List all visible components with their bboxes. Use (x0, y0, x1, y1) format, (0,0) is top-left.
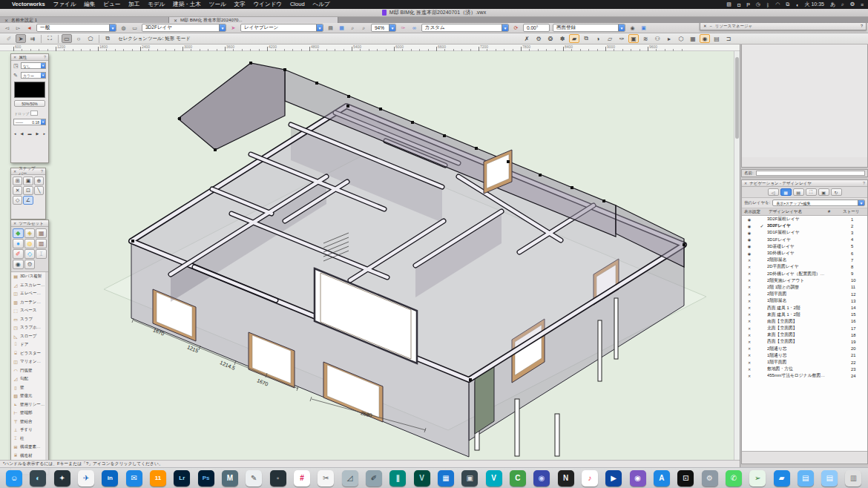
cat-detail[interactable]: ✐ (13, 249, 24, 259)
cat-dims[interactable]: ◈ (24, 228, 36, 238)
fill-style-combo[interactable]: なし▼ (21, 62, 46, 69)
layer-row-9[interactable]: ✕2D外構レイヤ（配置図用）…9 (742, 271, 867, 277)
dock-tv-app[interactable]: ▶ (605, 470, 622, 487)
tool-item-18[interactable]: ⊥手すり (11, 426, 45, 435)
attr-nav-arrow[interactable]: ▸ (43, 131, 45, 136)
visible-icon[interactable]: ◉ (742, 231, 757, 235)
rotation-angle-field[interactable]: 0.00° (523, 24, 550, 32)
dock-mail[interactable]: ✉ (126, 470, 142, 487)
model-3d-view[interactable] (0, 44, 740, 460)
nav-classes-icon[interactable]: ⛶ (806, 188, 817, 196)
help-icon[interactable]: ? (41, 169, 43, 174)
rotate-view-icon[interactable]: ⟳ (512, 24, 520, 32)
hidden-icon[interactable]: ✕ (742, 278, 757, 283)
layer-row-20[interactable]: ✕2階通り芯20 (742, 346, 867, 352)
menu-item-8[interactable]: 文字 (234, 1, 246, 8)
layer-row-13[interactable]: ✕1階部屋名13 (742, 297, 867, 304)
dock-atv[interactable]: ⊡ (677, 470, 694, 487)
cat-gear[interactable]: ⚙ (24, 260, 36, 269)
dock-safari[interactable]: ✈ (78, 470, 94, 487)
tool-item-9[interactable]: ⌸ピラスター (11, 349, 45, 358)
selection-tool-icon[interactable]: ➤ (16, 34, 26, 43)
dock-camera-app[interactable]: ▣ (461, 470, 478, 487)
drag-mode-icon[interactable]: ⧉ (102, 34, 113, 43)
tool-item-7[interactable]: ◺スロープ (11, 332, 45, 341)
layer-row-23[interactable]: ✕敷地図・方位23 (742, 366, 867, 372)
tool-item-20[interactable]: ⊞構成要素… (11, 443, 45, 452)
hidden-icon[interactable]: ✕ (742, 374, 757, 378)
close-tab-icon[interactable]: ✕ (4, 18, 8, 23)
dock-n-app[interactable]: N (558, 470, 574, 487)
cat-furniture[interactable]: ▦ (36, 228, 47, 238)
active-layer-combo[interactable]: 3D2Fレイヤ▼ (142, 24, 226, 32)
dock-launchpad[interactable]: ✦ (54, 470, 70, 487)
tool-item-2[interactable]: ◫エレベー… (11, 289, 45, 298)
pen-icon[interactable]: ✎ (13, 73, 19, 79)
snap-angle-icon[interactable]: ⊕ (34, 177, 44, 185)
nav-sheet-layers-icon[interactable]: ▤ (793, 188, 804, 196)
marquee-lasso-icon[interactable]: ○ (73, 34, 84, 43)
layer-row-21[interactable]: ✕1階通り芯21 (742, 352, 867, 359)
close-icon[interactable]: ✕ (744, 181, 747, 185)
menu-item-7[interactable]: ツール (209, 1, 226, 8)
zoom-level-combo[interactable]: 94%▼ (371, 24, 396, 32)
time-machine-icon[interactable]: ◷ (756, 1, 760, 7)
tool-item-1[interactable]: ◿エスカレー… (11, 281, 45, 290)
hidden-icon[interactable]: ✕ (742, 299, 757, 303)
layer-row-22[interactable]: ✕1階平面図22 (742, 359, 867, 366)
dock-settings[interactable]: ⚙ (702, 470, 718, 487)
people-icon[interactable]: ⚇ (652, 34, 662, 43)
nav-saved-views-icon[interactable]: ◁ (768, 188, 779, 196)
tool-item-12[interactable]: ◿勾配 (11, 375, 45, 383)
hidden-icon[interactable]: ✕ (742, 312, 757, 317)
dock-green-c[interactable]: C (510, 470, 526, 487)
hidden-icon[interactable]: ✕ (742, 306, 757, 310)
layer-row-10[interactable]: ✕2階実施レイアウト10 (742, 277, 867, 284)
toolset-scrollbar[interactable] (45, 272, 48, 469)
dock-cut-app[interactable]: ✂ (318, 470, 334, 487)
wall-mode-icon[interactable]: ▰ (569, 34, 579, 43)
line-weight-combo[interactable]: ——0.18▼ (13, 119, 46, 125)
hidden-icon[interactable]: ✕ (742, 340, 757, 344)
tool-item-5[interactable]: ▭スラブ (11, 315, 45, 324)
tool-item-11[interactable]: ◠円弧壁 (11, 366, 45, 375)
layer-row-18[interactable]: ✕東面【立面図】18 (742, 332, 867, 338)
extra-tool-icon[interactable]: ▣ (640, 24, 648, 32)
cat-building[interactable]: ◆ (13, 228, 24, 238)
attribute-nav-arrows[interactable]: ◂◀▬▶▸ (11, 130, 48, 137)
hidden-icon[interactable]: ✕ (742, 326, 757, 331)
select-disabled-icon[interactable]: ✐ (4, 34, 14, 43)
tool-megaphone-icon[interactable]: ◄ (25, 24, 33, 32)
eye-icon[interactable]: ◉ (700, 34, 710, 43)
layer-row-4[interactable]: ◉3D1Fレイヤ4 (742, 237, 867, 243)
minimize-icon[interactable]: − (710, 24, 712, 28)
menu-item-10[interactable]: Cloud (290, 1, 305, 8)
tool-item-0[interactable]: ▤3Dパス複製 (11, 272, 45, 281)
help-icon[interactable]: ? (44, 55, 46, 59)
view-combo[interactable]: カスタム▼ (421, 24, 509, 32)
hidden-icon[interactable]: ✕ (742, 367, 757, 372)
tool-item-13[interactable]: ▯壁 (11, 383, 45, 392)
dock-teal-app[interactable]: ∥ (389, 470, 406, 487)
control-list-icon[interactable]: ≡ (861, 2, 864, 7)
display-icon[interactable]: ⧉ (786, 1, 789, 7)
save-view-icon[interactable]: ▤ (326, 24, 335, 32)
paint-icon[interactable]: ✑ (617, 34, 627, 43)
help-icon[interactable]: ? (861, 24, 863, 28)
hidden-icon[interactable]: ✕ (742, 333, 757, 337)
dock-lightroom[interactable]: Lr (174, 470, 190, 487)
hidden-icon[interactable]: ✕ (742, 271, 757, 276)
layer-row-1[interactable]: ◉3D2F屋根レイヤ1 (742, 216, 867, 222)
attr-nav-arrow[interactable]: ▶ (36, 131, 39, 136)
document-tab-0[interactable]: ✕名称未設定 1 (0, 17, 169, 23)
vertical-scrollbar[interactable] (734, 51, 740, 460)
nav-design-layers-icon[interactable]: ▦ (780, 188, 792, 196)
name-input[interactable] (756, 171, 865, 176)
snap-grid-icon[interactable]: ⊞ (13, 177, 22, 185)
zoom-in-icon[interactable]: ⌕ (349, 24, 357, 32)
layer-row-14[interactable]: ✕西面 建具 1・2階14 (742, 304, 867, 311)
eyeglasses-icon[interactable]: ∞ (410, 24, 418, 32)
layer-row-3[interactable]: ◉3D1F屋根レイヤ3 (742, 229, 867, 236)
menu-item-2[interactable]: 編集 (84, 1, 95, 8)
close-icon[interactable]: ✕ (13, 55, 16, 59)
